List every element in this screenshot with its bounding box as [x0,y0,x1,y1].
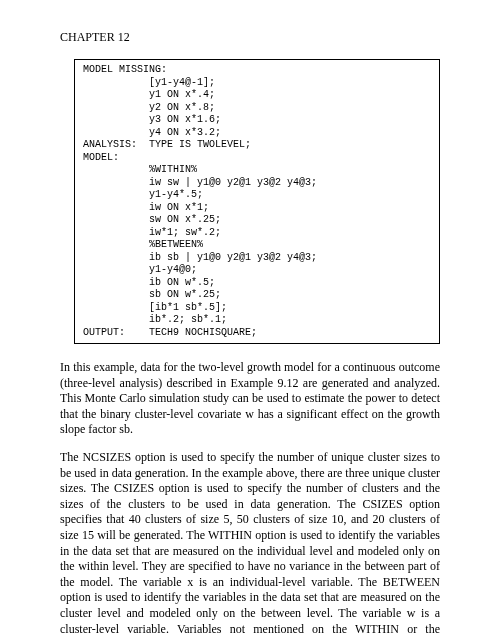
paragraph-2: The NCSIZES option is used to specify th… [60,450,440,638]
code-listing: MODEL MISSING: [y1-y4@-1]; y1 ON x*.4; y… [74,59,440,344]
paragraph-1: In this example, data for the two-level … [60,360,440,438]
page: CHAPTER 12 MODEL MISSING: [y1-y4@-1]; y1… [0,0,500,638]
chapter-heading: CHAPTER 12 [60,30,440,45]
